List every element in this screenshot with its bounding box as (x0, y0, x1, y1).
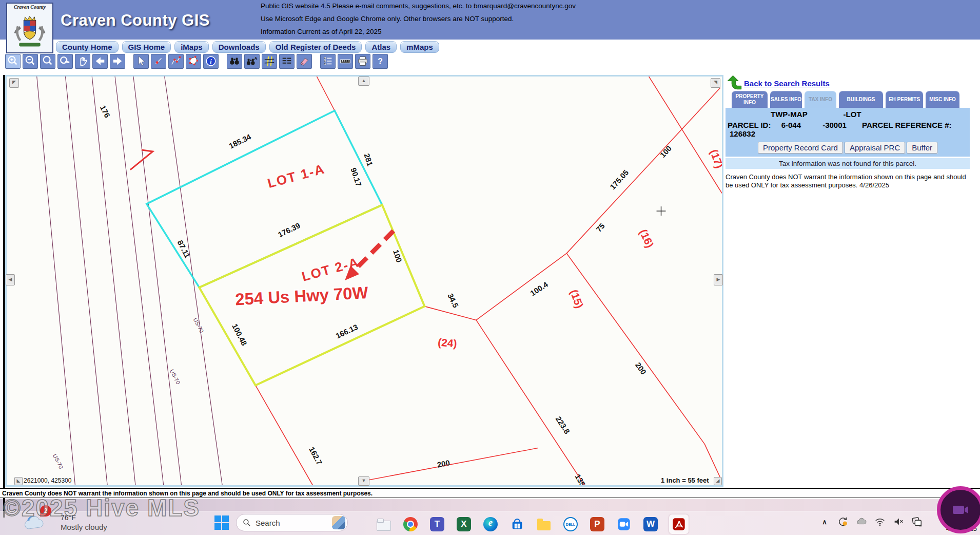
pan-northwest-button[interactable]: ◤ (9, 78, 19, 88)
webcam-overlay-bubble[interactable] (937, 486, 980, 533)
wifi-icon[interactable] (874, 516, 886, 527)
forward-button[interactable] (110, 54, 125, 69)
map-corner-southeast-icon[interactable]: ◢ (714, 477, 722, 485)
twp-map-label: TWP-MAP (771, 110, 807, 119)
taskbar-weather-widget[interactable]: 2 76°F Mostly cloudy (23, 512, 51, 533)
select-line-icon (170, 55, 182, 67)
nav-atlas[interactable]: Atlas (365, 41, 397, 53)
scroll-up-button[interactable]: ▲ (358, 77, 369, 86)
dimension-label: 34.5 (446, 292, 460, 309)
tab-property-info[interactable]: PROPERTY INFO (732, 91, 768, 108)
tax-status-message: Tax information was not found for this p… (726, 158, 970, 169)
map-viewport[interactable]: 176185.3428190.1787.11176.39100100.48166… (5, 75, 723, 487)
sync-icon[interactable] (837, 516, 849, 527)
lot-label: -LOT (844, 110, 861, 119)
dimension-label: 90.17 (349, 167, 363, 187)
windows-start-button[interactable] (214, 515, 230, 531)
search-placeholder: Search (256, 519, 332, 527)
map-coordinates-readout: 2621000, 425300 (24, 477, 71, 484)
legend-button[interactable] (320, 54, 336, 69)
measure-grid-button[interactable] (262, 54, 277, 69)
select-pointer-icon (135, 55, 147, 67)
scroll-right-button[interactable]: ▶ (714, 274, 723, 285)
zoom-in-button[interactable] (5, 54, 21, 69)
tab-tax-info[interactable]: TAX INFO (805, 91, 836, 108)
onedrive-icon[interactable] (856, 516, 867, 527)
tab-sales-info[interactable]: SALES INFO (770, 91, 802, 108)
map-corner-southwest-icon[interactable]: ◣ (14, 477, 23, 485)
edge-taskbar-icon[interactable]: e (482, 516, 499, 532)
select-polygon-button[interactable] (186, 54, 201, 69)
zoom-window-button[interactable] (40, 54, 55, 69)
results-list-button[interactable] (279, 54, 295, 69)
camera-icon (952, 503, 969, 517)
file-explorer-light-taskbar-icon[interactable] (376, 516, 392, 532)
search-button[interactable] (227, 54, 242, 69)
appraisal-prc-button[interactable]: Appraisal PRC (845, 142, 905, 154)
page-title: Craven County GIS (61, 11, 210, 30)
select-point-button[interactable] (151, 54, 166, 69)
nav-county-home[interactable]: County Home (56, 41, 119, 53)
powerpoint-taskbar-icon[interactable]: P (589, 516, 605, 532)
erase-button[interactable] (297, 54, 312, 69)
zoom-app-taskbar-icon[interactable] (616, 516, 632, 532)
scroll-down-button[interactable]: ▼ (358, 476, 369, 486)
nav-old-register-of-deeds[interactable]: Old Register of Deeds (269, 41, 362, 53)
bottom-disclaimer-bar: Craven County does NOT warrant the infor… (0, 488, 980, 498)
alert-badge: 2 (40, 505, 51, 517)
map-scale-label: 1 inch = 55 feet (661, 476, 709, 484)
back-button[interactable] (92, 54, 108, 69)
tab-buildings[interactable]: BUILDINGS (839, 91, 883, 108)
notice-line-2: Use Microsoft Edge and Google Chrome onl… (261, 15, 576, 23)
zoom-out-button[interactable] (23, 54, 38, 69)
back-to-search-results-link[interactable]: Back to Search Results (744, 79, 830, 88)
window-edge-line (3, 75, 5, 518)
print-button[interactable] (355, 54, 370, 69)
search-highlight-thumbnail[interactable] (332, 516, 345, 529)
parcel-boundary-line (649, 77, 722, 193)
help-button[interactable]: ? (373, 54, 388, 69)
volume-muted-icon[interactable] (893, 516, 904, 527)
tab-eh-permits[interactable]: EH PERMITS (886, 91, 923, 108)
lot-label: LOT 2-A (300, 255, 361, 284)
dimension-label: 75 (595, 222, 606, 234)
select-pointer-button[interactable] (133, 54, 149, 69)
panel-disclaimer: Craven County does NOT warrant the infor… (726, 173, 970, 190)
scroll-left-button[interactable]: ◀ (6, 274, 15, 285)
word-taskbar-icon[interactable]: W (642, 516, 659, 532)
zoom-previous-button[interactable] (57, 54, 73, 69)
measure-button[interactable] (338, 54, 353, 69)
us70-corridor-line (133, 77, 182, 485)
select-line-button[interactable] (168, 54, 184, 69)
file-explorer-taskbar-icon[interactable] (536, 516, 552, 532)
parcel-boundary-line (566, 88, 720, 254)
chrome-taskbar-icon[interactable] (402, 516, 419, 532)
dell-taskbar-icon[interactable]: DELL (562, 516, 579, 532)
parcel-boundary-line (566, 253, 704, 444)
store-taskbar-icon[interactable] (509, 516, 525, 532)
taskbar-search-box[interactable]: Search (236, 514, 348, 531)
lot-label: LOT 1-A (266, 162, 326, 191)
buffer-button[interactable]: Buffer (907, 142, 937, 154)
road-name-label: US-70 (192, 317, 205, 334)
nav-mmaps[interactable]: mMaps (400, 41, 439, 53)
pan-northeast-button[interactable]: ◥ (711, 78, 720, 88)
nav-imaps[interactable]: iMaps (174, 41, 209, 53)
nav-downloads[interactable]: Downloads (212, 41, 266, 53)
dimension-label: 185.34 (228, 132, 253, 150)
chevron-up-icon[interactable]: ∧ (819, 516, 830, 527)
teams-taskbar-icon[interactable]: T (429, 516, 445, 532)
red-annotation-mark (130, 150, 153, 170)
bottom-disclaimer-text: Craven County does NOT warrant the infor… (0, 489, 980, 497)
erase-icon (298, 55, 310, 67)
search-attributes-button[interactable]: A (244, 54, 260, 69)
tab-misc-info[interactable]: MISC INFO (926, 91, 959, 108)
nav-gis-home[interactable]: GIS Home (122, 41, 171, 53)
parcel-boundary-line (476, 320, 584, 485)
acrobat-taskbar-icon[interactable] (669, 514, 689, 534)
property-record-card-button[interactable]: Property Record Card (758, 142, 843, 154)
pan-button[interactable] (75, 54, 90, 69)
identify-button[interactable]: i (203, 54, 219, 69)
excel-taskbar-icon[interactable]: X (456, 516, 472, 532)
photos-icon[interactable] (911, 516, 923, 527)
